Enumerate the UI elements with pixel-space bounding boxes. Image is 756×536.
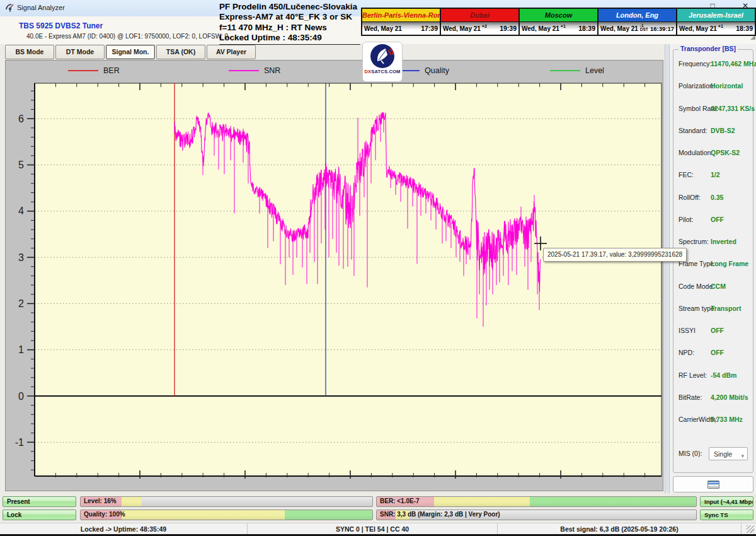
tp-row-value: OFF: [711, 327, 724, 334]
snr-meter-label: SNR: 3,3 dB (Margin: 2,3 dB | Very Poor): [380, 511, 500, 518]
clock-time-row: Wed, May 21-1DST16:39:17: [598, 22, 676, 35]
tp-row-value: 1/2: [711, 171, 720, 178]
clock-2: MoscowWed, May 21+118:39: [518, 9, 597, 35]
svg-text:-1: -1: [15, 437, 24, 448]
clock-1: DubaiWed, May 21+219:39: [440, 9, 518, 35]
tab-tsa-ok[interactable]: TSA (OK): [156, 45, 205, 59]
clock-city-label: Jerusalem-Israel: [677, 9, 755, 22]
clock-date: Wed, May 21: [600, 25, 638, 32]
clock-time: 17:39: [421, 25, 438, 32]
clock-time-row: Wed, May 2117:39: [362, 22, 440, 35]
clock-date: Wed, May 21: [364, 25, 402, 32]
legend-swatch-snr: [229, 70, 259, 71]
status-uptime: Locked -> Uptime: 48:35:49: [0, 523, 248, 535]
signal-plot[interactable]: -10123456: [5, 60, 663, 491]
tp-row-value: Transport: [711, 305, 741, 312]
tp-row-value: CCM: [711, 283, 726, 290]
tp-row-value: 4,200 Mbit/s: [711, 393, 748, 401]
tp-row-value: Inverted: [711, 238, 736, 245]
clock-time: 19:39: [500, 25, 517, 32]
sync-ts-indicator: Sync TS: [700, 510, 753, 520]
window-title: Signal Analyzer: [17, 4, 65, 11]
tp-row-label: Polarization:: [679, 82, 715, 90]
tp-row-value: 4247,331 KS/s: [711, 105, 755, 112]
present-indicator: Present: [3, 496, 76, 507]
tp-row-value: OFF: [711, 349, 724, 356]
clock-time: 18:39: [736, 25, 753, 32]
tab-bs-mode[interactable]: BS Mode: [5, 45, 54, 59]
tp-row-label: Standard:: [679, 127, 707, 134]
tp-row-value: DVB-S2: [711, 127, 735, 134]
header-line-1: PF Prodelin 450/Lučenec-Slovakia: [219, 2, 360, 12]
clock-utc-offset: -1DST: [640, 24, 648, 32]
svg-text:5: 5: [18, 160, 24, 170]
legend-label: Quality: [425, 66, 449, 75]
clock-utc-offset: +1: [561, 24, 566, 28]
ber-meter-label: BER: <1.0E-7: [380, 498, 420, 504]
plot-tooltip: 2025-05-21 17.39.17, value: 3,2999999523…: [543, 248, 687, 262]
quality-meter: Quality: 100%: [80, 510, 373, 520]
tab-av-player[interactable]: AV Player: [207, 45, 256, 59]
header-line-4: Locked Uptime : 48:35:49: [219, 33, 360, 43]
input-rate-indicator: Input (~4,41 Mbps): [700, 496, 753, 507]
header-line-3: f=11 470 MHz_H : RT News: [219, 23, 360, 33]
status-bar: Locked -> Uptime: 48:35:49 SYNC 0 | TEI …: [0, 523, 756, 535]
clock-city-label: Berlin-Paris-Vienna-Roma: [362, 9, 440, 22]
clock-0: Berlin-Paris-Vienna-RomaWed, May 2117:39: [362, 9, 440, 35]
clock-date: Wed, May 21: [522, 25, 559, 32]
svg-text:6: 6: [18, 114, 24, 124]
tp-row-value: -54 dBm: [711, 371, 736, 379]
meter-segment: [530, 497, 696, 506]
meter-segment: [122, 510, 285, 520]
clock-time: 18:39: [578, 25, 595, 32]
tp-row-label: RollOff:: [679, 194, 701, 201]
tp-row-label: Pilot:: [679, 216, 693, 223]
tp-row-label: Code Mode:: [679, 283, 714, 290]
level-meter-label: Level: 16%: [84, 498, 117, 504]
tuner-title: TBS 5925 DVBS2 Tuner: [19, 21, 103, 30]
legend-label: SNR: [264, 66, 280, 75]
tab-signal-mon[interactable]: Signal Mon.: [106, 45, 155, 59]
header-line-2: Express-AM7 at 40°E_FK 3 or SK: [219, 12, 360, 22]
tp-row-label: RF Level:: [679, 371, 707, 379]
tuner-subtitle: 40.0E - Express AM7 (ID: 0400) @ LOF1: 9…: [26, 33, 228, 40]
level-meter: Level: 16%: [80, 496, 373, 507]
clock-time-row: Wed, May 21+118:39: [677, 22, 755, 35]
mis-label: MIS (0):: [679, 450, 702, 457]
clock-city-label: Dubai: [441, 9, 518, 22]
meter-segment: [285, 510, 372, 520]
mode-tab-bar: BS ModeDT ModeSignal Mon.TSA (OK)AV Play…: [5, 45, 256, 59]
svg-text:1: 1: [18, 344, 24, 355]
clock-utc-offset: +1: [718, 24, 723, 28]
meter-segment: [122, 497, 142, 506]
transponder-groupbox-title: Transponder [BS]: [679, 45, 738, 52]
dxsatcs-logo: DXSATCS.COM: [362, 42, 403, 82]
antenna-header: PF Prodelin 450/Lučenec-Slovakia Express…: [219, 2, 360, 45]
status-grip-cell: [742, 523, 756, 535]
svg-text:2: 2: [18, 298, 24, 309]
ber-meter: BER: <1.0E-7: [376, 496, 697, 507]
svg-text:3: 3: [18, 252, 24, 263]
mis-dropdown[interactable]: Single▾: [709, 447, 748, 460]
panel-splitter[interactable]: [665, 44, 670, 493]
signal-plot-svg[interactable]: -10123456: [5, 60, 663, 491]
clock-4: Jerusalem-IsraelWed, May 21+118:39: [676, 9, 755, 35]
clock-time: 16:39:17: [650, 25, 674, 32]
app-dish-icon: [5, 3, 14, 13]
tp-row-label: NPD:: [679, 349, 694, 356]
tp-row-value: OFF: [711, 216, 724, 223]
world-clock-strip: Berlin-Paris-Vienna-RomaWed, May 2117:39…: [361, 8, 756, 36]
chevron-down-icon: ▾: [741, 450, 744, 462]
svg-text:0: 0: [18, 391, 24, 402]
transponder-export-button[interactable]: [673, 476, 753, 492]
meter-segment: [434, 497, 530, 506]
resize-grip[interactable]: [747, 525, 754, 533]
clock-city-label: Moscow: [520, 9, 597, 22]
snr-meter: SNR: 3,3 dB (Margin: 2,3 dB | Very Poor): [376, 510, 697, 520]
dxsatcs-logo-graphic: [369, 42, 396, 70]
tab-dt-mode[interactable]: DT Mode: [55, 45, 105, 59]
export-disk-icon: [707, 481, 719, 489]
svg-text:4: 4: [18, 206, 24, 216]
legend-swatch-level: [550, 70, 580, 71]
tp-row-value: QPSK-S2: [711, 149, 740, 156]
